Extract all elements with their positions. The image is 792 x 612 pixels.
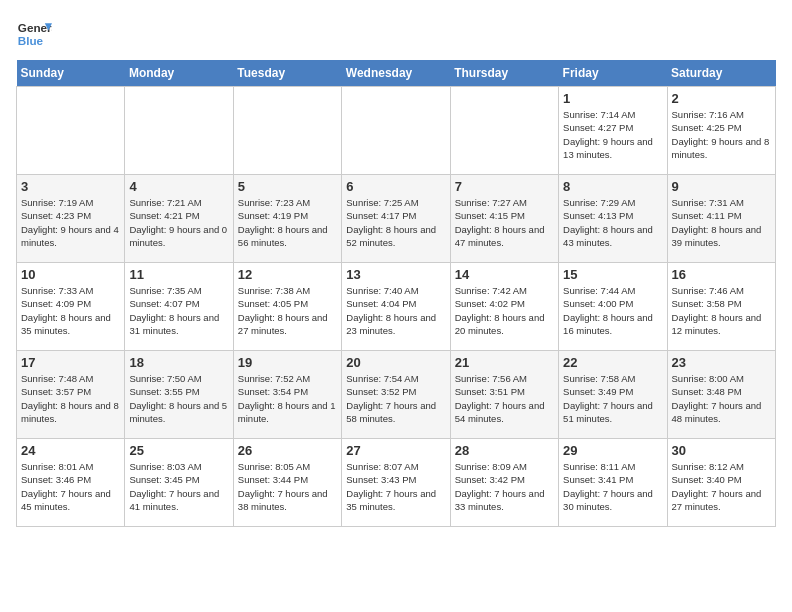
day-number: 13 xyxy=(346,267,445,282)
day-number: 17 xyxy=(21,355,120,370)
weekday-header: Thursday xyxy=(450,60,558,87)
day-number: 23 xyxy=(672,355,771,370)
calendar-cell: 7Sunrise: 7:27 AM Sunset: 4:15 PM Daylig… xyxy=(450,175,558,263)
day-number: 30 xyxy=(672,443,771,458)
calendar-cell: 15Sunrise: 7:44 AM Sunset: 4:00 PM Dayli… xyxy=(559,263,667,351)
calendar-week-row: 17Sunrise: 7:48 AM Sunset: 3:57 PM Dayli… xyxy=(17,351,776,439)
day-number: 8 xyxy=(563,179,662,194)
day-number: 11 xyxy=(129,267,228,282)
day-info: Sunrise: 7:42 AM Sunset: 4:02 PM Dayligh… xyxy=(455,284,554,337)
calendar-cell: 27Sunrise: 8:07 AM Sunset: 3:43 PM Dayli… xyxy=(342,439,450,527)
calendar-cell: 3Sunrise: 7:19 AM Sunset: 4:23 PM Daylig… xyxy=(17,175,125,263)
day-number: 20 xyxy=(346,355,445,370)
day-info: Sunrise: 7:19 AM Sunset: 4:23 PM Dayligh… xyxy=(21,196,120,249)
calendar-cell: 8Sunrise: 7:29 AM Sunset: 4:13 PM Daylig… xyxy=(559,175,667,263)
day-info: Sunrise: 7:16 AM Sunset: 4:25 PM Dayligh… xyxy=(672,108,771,161)
day-info: Sunrise: 7:46 AM Sunset: 3:58 PM Dayligh… xyxy=(672,284,771,337)
day-info: Sunrise: 8:00 AM Sunset: 3:48 PM Dayligh… xyxy=(672,372,771,425)
day-info: Sunrise: 7:27 AM Sunset: 4:15 PM Dayligh… xyxy=(455,196,554,249)
calendar-cell: 20Sunrise: 7:54 AM Sunset: 3:52 PM Dayli… xyxy=(342,351,450,439)
day-number: 22 xyxy=(563,355,662,370)
calendar-cell: 22Sunrise: 7:58 AM Sunset: 3:49 PM Dayli… xyxy=(559,351,667,439)
calendar-cell: 29Sunrise: 8:11 AM Sunset: 3:41 PM Dayli… xyxy=(559,439,667,527)
day-number: 14 xyxy=(455,267,554,282)
day-number: 9 xyxy=(672,179,771,194)
weekday-header: Saturday xyxy=(667,60,775,87)
calendar-cell: 23Sunrise: 8:00 AM Sunset: 3:48 PM Dayli… xyxy=(667,351,775,439)
weekday-header: Friday xyxy=(559,60,667,87)
day-info: Sunrise: 7:54 AM Sunset: 3:52 PM Dayligh… xyxy=(346,372,445,425)
calendar-cell: 21Sunrise: 7:56 AM Sunset: 3:51 PM Dayli… xyxy=(450,351,558,439)
page-header: General Blue xyxy=(16,16,776,52)
day-number: 6 xyxy=(346,179,445,194)
day-number: 1 xyxy=(563,91,662,106)
day-info: Sunrise: 7:50 AM Sunset: 3:55 PM Dayligh… xyxy=(129,372,228,425)
calendar-week-row: 1Sunrise: 7:14 AM Sunset: 4:27 PM Daylig… xyxy=(17,87,776,175)
calendar-cell: 16Sunrise: 7:46 AM Sunset: 3:58 PM Dayli… xyxy=(667,263,775,351)
day-info: Sunrise: 8:09 AM Sunset: 3:42 PM Dayligh… xyxy=(455,460,554,513)
day-number: 24 xyxy=(21,443,120,458)
calendar-cell xyxy=(342,87,450,175)
calendar-cell xyxy=(450,87,558,175)
day-info: Sunrise: 7:14 AM Sunset: 4:27 PM Dayligh… xyxy=(563,108,662,161)
day-number: 5 xyxy=(238,179,337,194)
day-info: Sunrise: 8:12 AM Sunset: 3:40 PM Dayligh… xyxy=(672,460,771,513)
day-number: 29 xyxy=(563,443,662,458)
calendar-cell: 24Sunrise: 8:01 AM Sunset: 3:46 PM Dayli… xyxy=(17,439,125,527)
calendar-cell xyxy=(233,87,341,175)
calendar-cell: 26Sunrise: 8:05 AM Sunset: 3:44 PM Dayli… xyxy=(233,439,341,527)
day-info: Sunrise: 7:21 AM Sunset: 4:21 PM Dayligh… xyxy=(129,196,228,249)
day-info: Sunrise: 8:03 AM Sunset: 3:45 PM Dayligh… xyxy=(129,460,228,513)
calendar-cell: 18Sunrise: 7:50 AM Sunset: 3:55 PM Dayli… xyxy=(125,351,233,439)
calendar-table: SundayMondayTuesdayWednesdayThursdayFrid… xyxy=(16,60,776,527)
day-number: 15 xyxy=(563,267,662,282)
calendar-cell: 17Sunrise: 7:48 AM Sunset: 3:57 PM Dayli… xyxy=(17,351,125,439)
day-info: Sunrise: 7:29 AM Sunset: 4:13 PM Dayligh… xyxy=(563,196,662,249)
day-info: Sunrise: 8:01 AM Sunset: 3:46 PM Dayligh… xyxy=(21,460,120,513)
day-number: 10 xyxy=(21,267,120,282)
day-number: 16 xyxy=(672,267,771,282)
day-info: Sunrise: 7:58 AM Sunset: 3:49 PM Dayligh… xyxy=(563,372,662,425)
day-info: Sunrise: 7:31 AM Sunset: 4:11 PM Dayligh… xyxy=(672,196,771,249)
day-number: 27 xyxy=(346,443,445,458)
day-number: 26 xyxy=(238,443,337,458)
day-info: Sunrise: 7:40 AM Sunset: 4:04 PM Dayligh… xyxy=(346,284,445,337)
calendar-week-row: 10Sunrise: 7:33 AM Sunset: 4:09 PM Dayli… xyxy=(17,263,776,351)
calendar-cell: 1Sunrise: 7:14 AM Sunset: 4:27 PM Daylig… xyxy=(559,87,667,175)
calendar-cell: 6Sunrise: 7:25 AM Sunset: 4:17 PM Daylig… xyxy=(342,175,450,263)
day-info: Sunrise: 7:52 AM Sunset: 3:54 PM Dayligh… xyxy=(238,372,337,425)
day-info: Sunrise: 7:25 AM Sunset: 4:17 PM Dayligh… xyxy=(346,196,445,249)
weekday-header: Tuesday xyxy=(233,60,341,87)
calendar-cell: 11Sunrise: 7:35 AM Sunset: 4:07 PM Dayli… xyxy=(125,263,233,351)
calendar-cell: 30Sunrise: 8:12 AM Sunset: 3:40 PM Dayli… xyxy=(667,439,775,527)
day-number: 2 xyxy=(672,91,771,106)
calendar-week-row: 3Sunrise: 7:19 AM Sunset: 4:23 PM Daylig… xyxy=(17,175,776,263)
calendar-cell xyxy=(125,87,233,175)
svg-text:Blue: Blue xyxy=(18,34,44,47)
day-info: Sunrise: 7:56 AM Sunset: 3:51 PM Dayligh… xyxy=(455,372,554,425)
logo-icon: General Blue xyxy=(16,16,52,52)
calendar-cell: 4Sunrise: 7:21 AM Sunset: 4:21 PM Daylig… xyxy=(125,175,233,263)
calendar-cell: 12Sunrise: 7:38 AM Sunset: 4:05 PM Dayli… xyxy=(233,263,341,351)
day-number: 3 xyxy=(21,179,120,194)
day-info: Sunrise: 8:05 AM Sunset: 3:44 PM Dayligh… xyxy=(238,460,337,513)
day-info: Sunrise: 8:07 AM Sunset: 3:43 PM Dayligh… xyxy=(346,460,445,513)
weekday-header: Monday xyxy=(125,60,233,87)
calendar-cell: 5Sunrise: 7:23 AM Sunset: 4:19 PM Daylig… xyxy=(233,175,341,263)
day-info: Sunrise: 7:33 AM Sunset: 4:09 PM Dayligh… xyxy=(21,284,120,337)
day-info: Sunrise: 8:11 AM Sunset: 3:41 PM Dayligh… xyxy=(563,460,662,513)
calendar-cell: 28Sunrise: 8:09 AM Sunset: 3:42 PM Dayli… xyxy=(450,439,558,527)
weekday-header: Wednesday xyxy=(342,60,450,87)
calendar-cell: 10Sunrise: 7:33 AM Sunset: 4:09 PM Dayli… xyxy=(17,263,125,351)
day-info: Sunrise: 7:48 AM Sunset: 3:57 PM Dayligh… xyxy=(21,372,120,425)
weekday-header: Sunday xyxy=(17,60,125,87)
svg-text:General: General xyxy=(18,21,52,34)
calendar-cell: 9Sunrise: 7:31 AM Sunset: 4:11 PM Daylig… xyxy=(667,175,775,263)
day-info: Sunrise: 7:23 AM Sunset: 4:19 PM Dayligh… xyxy=(238,196,337,249)
day-number: 25 xyxy=(129,443,228,458)
day-number: 21 xyxy=(455,355,554,370)
day-info: Sunrise: 7:38 AM Sunset: 4:05 PM Dayligh… xyxy=(238,284,337,337)
day-info: Sunrise: 7:44 AM Sunset: 4:00 PM Dayligh… xyxy=(563,284,662,337)
day-number: 7 xyxy=(455,179,554,194)
calendar-cell: 25Sunrise: 8:03 AM Sunset: 3:45 PM Dayli… xyxy=(125,439,233,527)
